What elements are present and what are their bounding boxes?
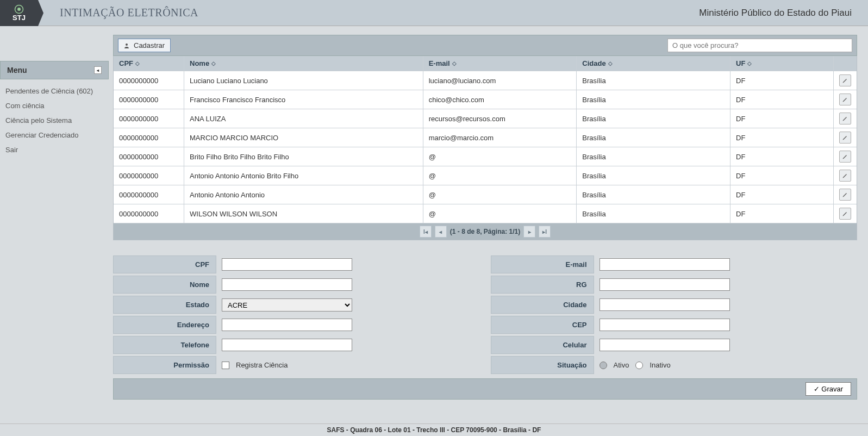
cell-nome: Antonio Antonio Antonio Brito Filho — [184, 166, 423, 185]
situacao-ativo-radio[interactable] — [600, 362, 607, 369]
page-title: INTIMAÇÃO ELETRÔNICA — [60, 7, 198, 19]
cell-cidade: Brasília — [577, 128, 730, 147]
svg-point-2 — [126, 43, 128, 46]
col-uf[interactable]: UF◇ — [730, 56, 834, 71]
telefone-input[interactable] — [222, 339, 352, 351]
menu-header: Menu ◂ — [0, 61, 109, 79]
cell-email: luciano@luciano.com — [423, 71, 577, 90]
cadastrar-label: Cadastrar — [134, 41, 165, 49]
situacao-inativo-radio[interactable] — [635, 362, 643, 369]
label-permissao: Permissão — [113, 356, 216, 374]
cell-cidade: Brasília — [577, 185, 730, 204]
edit-button[interactable] — [839, 208, 851, 220]
cidade-input[interactable] — [600, 298, 730, 311]
table-row: 0000000000Luciano Luciano Lucianoluciano… — [114, 71, 857, 90]
edit-button[interactable] — [839, 189, 851, 201]
cell-nome: ANA LUIZA — [184, 109, 423, 128]
sidebar-item[interactable]: Gerenciar Credenciado — [0, 128, 109, 142]
svg-point-1 — [17, 8, 21, 11]
cell-cidade: Brasília — [577, 204, 730, 223]
sidebar-item[interactable]: Pendentes de Ciência (602) — [0, 84, 109, 98]
label-cidade: Cidade — [491, 296, 594, 314]
cell-email: chico@chico.com — [423, 90, 577, 109]
edit-button[interactable] — [839, 151, 851, 163]
edit-button[interactable] — [839, 132, 851, 144]
search-input[interactable] — [667, 39, 852, 52]
estado-select[interactable]: ACRE — [222, 298, 352, 312]
pencil-icon — [842, 96, 848, 103]
logo: STJ — [0, 0, 38, 26]
col-nome[interactable]: Nome◇ — [184, 56, 423, 71]
cell-uf: DF — [730, 90, 834, 109]
pencil-icon — [842, 172, 848, 179]
cell-cidade: Brasília — [577, 90, 730, 109]
cell-cpf: 0000000000 — [114, 166, 184, 185]
page-prev-button[interactable]: ◂ — [435, 226, 447, 238]
cell-email: @ — [423, 204, 577, 223]
edit-button[interactable] — [839, 94, 851, 105]
cell-uf: DF — [730, 166, 834, 185]
cell-email: recursos@recursos.com — [423, 109, 577, 128]
page-info: (1 - 8 de 8, Página: 1/1) — [450, 228, 520, 235]
col-cpf[interactable]: CPF◇ — [114, 56, 184, 71]
sort-icon: ◇ — [135, 60, 140, 66]
label-cep: CEP — [491, 316, 594, 334]
table-row: 0000000000Brito Filho Brito Filho Brito … — [114, 147, 857, 166]
nome-input[interactable] — [222, 278, 352, 291]
sort-icon: ◇ — [452, 60, 457, 66]
pencil-icon — [842, 153, 848, 160]
label-telefone: Telefone — [113, 336, 216, 354]
cell-cpf: 0000000000 — [114, 128, 184, 147]
cell-cpf: 0000000000 — [114, 185, 184, 204]
cell-cpf: 0000000000 — [114, 204, 184, 223]
sidebar-item[interactable]: Ciência pelo Sistema — [0, 113, 109, 128]
registra-ciencia-checkbox[interactable] — [222, 362, 229, 369]
sidebar-item[interactable]: Sair — [0, 142, 109, 157]
cell-nome: Brito Filho Brito Filho Brito Filho — [184, 147, 423, 166]
sidebar-item[interactable]: Com ciência — [0, 98, 109, 113]
cep-input[interactable] — [600, 319, 730, 331]
cell-nome: MARCIO MARCIO MARCIO — [184, 128, 423, 147]
edit-button[interactable] — [839, 74, 851, 86]
col-email[interactable]: E-mail◇ — [423, 56, 577, 71]
pencil-icon — [842, 191, 848, 198]
table-row: 0000000000ANA LUIZArecursos@recursos.com… — [114, 109, 857, 128]
cell-uf: DF — [730, 128, 834, 147]
page-last-button[interactable]: ▸I — [539, 226, 551, 238]
gravar-button[interactable]: ✓ Gravar — [805, 382, 851, 396]
cell-email: @ — [423, 185, 577, 204]
email-input[interactable] — [600, 258, 730, 271]
label-rg: RG — [491, 276, 594, 294]
label-cpf: CPF — [113, 256, 216, 273]
cell-nome: Francisco Francisco Francisco — [184, 90, 423, 109]
cell-uf: DF — [730, 71, 834, 90]
cell-cidade: Brasília — [577, 109, 730, 128]
cell-uf: DF — [730, 109, 834, 128]
emblem-icon — [14, 4, 24, 14]
edit-button[interactable] — [839, 170, 851, 182]
page-next-button[interactable]: ▸ — [523, 226, 535, 238]
col-cidade[interactable]: Cidade◇ — [577, 56, 730, 71]
edit-button[interactable] — [839, 113, 851, 124]
label-endereco: Endereço — [113, 316, 216, 334]
label-nome: Nome — [113, 276, 216, 294]
rg-input[interactable] — [600, 278, 730, 291]
person-add-icon — [124, 42, 130, 49]
label-email: E-mail — [491, 256, 594, 273]
cadastrar-button[interactable]: Cadastrar — [118, 39, 171, 52]
logo-text: STJ — [13, 14, 26, 21]
registra-ciencia-label: Registra Ciência — [236, 361, 288, 369]
cell-email: @ — [423, 147, 577, 166]
endereco-input[interactable] — [222, 319, 352, 331]
cell-email: marcio@marcio.com — [423, 128, 577, 147]
table-header: CPF◇ Nome◇ E-mail◇ Cidade◇ UF◇ — [114, 56, 857, 71]
table-row: 0000000000Francisco Francisco Franciscoc… — [114, 90, 857, 109]
cell-cidade: Brasília — [577, 166, 730, 185]
celular-input[interactable] — [600, 339, 730, 351]
page-first-button[interactable]: I◂ — [420, 226, 432, 238]
label-situacao: Situação — [491, 356, 594, 374]
sort-icon: ◇ — [211, 60, 216, 66]
menu-collapse-icon[interactable]: ◂ — [94, 66, 102, 74]
cpf-input[interactable] — [222, 258, 352, 271]
cell-uf: DF — [730, 147, 834, 166]
